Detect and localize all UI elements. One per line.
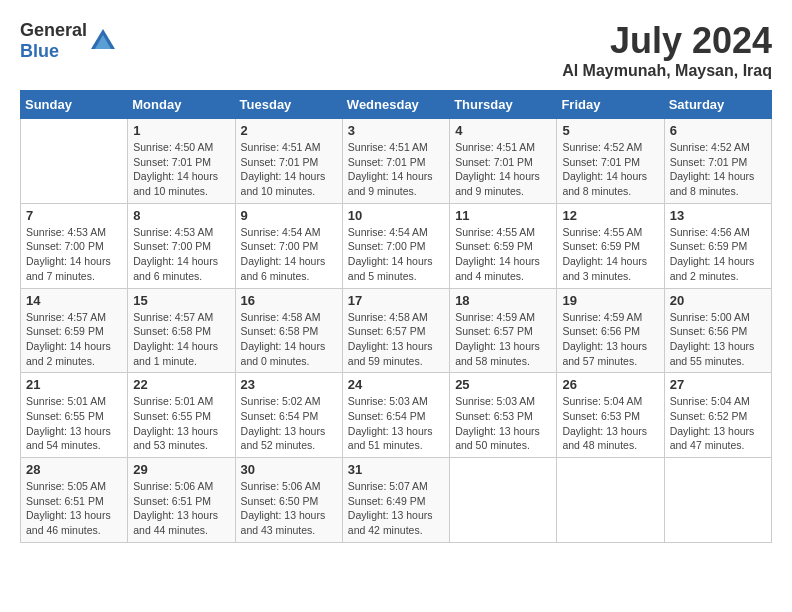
day-number: 21 bbox=[26, 377, 122, 392]
day-number: 24 bbox=[348, 377, 444, 392]
day-info: Sunrise: 4:52 AMSunset: 7:01 PMDaylight:… bbox=[562, 140, 658, 199]
day-info: Sunrise: 4:53 AMSunset: 7:00 PMDaylight:… bbox=[133, 225, 229, 284]
day-number: 2 bbox=[241, 123, 337, 138]
logo: General Blue bbox=[20, 20, 117, 62]
day-info: Sunrise: 5:07 AMSunset: 6:49 PMDaylight:… bbox=[348, 479, 444, 538]
day-info: Sunrise: 4:50 AMSunset: 7:01 PMDaylight:… bbox=[133, 140, 229, 199]
calendar-cell bbox=[557, 458, 664, 543]
day-number: 12 bbox=[562, 208, 658, 223]
day-info: Sunrise: 4:54 AMSunset: 7:00 PMDaylight:… bbox=[348, 225, 444, 284]
calendar-cell: 26Sunrise: 5:04 AMSunset: 6:53 PMDayligh… bbox=[557, 373, 664, 458]
day-info: Sunrise: 4:52 AMSunset: 7:01 PMDaylight:… bbox=[670, 140, 766, 199]
calendar-table: SundayMondayTuesdayWednesdayThursdayFrid… bbox=[20, 90, 772, 543]
day-info: Sunrise: 5:03 AMSunset: 6:53 PMDaylight:… bbox=[455, 394, 551, 453]
location-title: Al Maymunah, Maysan, Iraq bbox=[562, 62, 772, 80]
day-number: 18 bbox=[455, 293, 551, 308]
calendar-cell: 15Sunrise: 4:57 AMSunset: 6:58 PMDayligh… bbox=[128, 288, 235, 373]
calendar-cell: 28Sunrise: 5:05 AMSunset: 6:51 PMDayligh… bbox=[21, 458, 128, 543]
day-info: Sunrise: 4:57 AMSunset: 6:58 PMDaylight:… bbox=[133, 310, 229, 369]
day-number: 4 bbox=[455, 123, 551, 138]
day-number: 14 bbox=[26, 293, 122, 308]
day-info: Sunrise: 4:56 AMSunset: 6:59 PMDaylight:… bbox=[670, 225, 766, 284]
calendar-cell: 19Sunrise: 4:59 AMSunset: 6:56 PMDayligh… bbox=[557, 288, 664, 373]
calendar-cell: 18Sunrise: 4:59 AMSunset: 6:57 PMDayligh… bbox=[450, 288, 557, 373]
day-number: 27 bbox=[670, 377, 766, 392]
title-block: July 2024 Al Maymunah, Maysan, Iraq bbox=[562, 20, 772, 80]
logo-general: General bbox=[20, 20, 87, 40]
day-info: Sunrise: 4:55 AMSunset: 6:59 PMDaylight:… bbox=[455, 225, 551, 284]
day-info: Sunrise: 4:51 AMSunset: 7:01 PMDaylight:… bbox=[455, 140, 551, 199]
calendar-cell: 27Sunrise: 5:04 AMSunset: 6:52 PMDayligh… bbox=[664, 373, 771, 458]
day-number: 30 bbox=[241, 462, 337, 477]
column-header-monday: Monday bbox=[128, 91, 235, 119]
day-info: Sunrise: 5:04 AMSunset: 6:53 PMDaylight:… bbox=[562, 394, 658, 453]
day-number: 15 bbox=[133, 293, 229, 308]
calendar-cell: 2Sunrise: 4:51 AMSunset: 7:01 PMDaylight… bbox=[235, 119, 342, 204]
day-number: 20 bbox=[670, 293, 766, 308]
day-number: 6 bbox=[670, 123, 766, 138]
calendar-cell: 16Sunrise: 4:58 AMSunset: 6:58 PMDayligh… bbox=[235, 288, 342, 373]
calendar-cell: 17Sunrise: 4:58 AMSunset: 6:57 PMDayligh… bbox=[342, 288, 449, 373]
column-header-saturday: Saturday bbox=[664, 91, 771, 119]
calendar-cell: 31Sunrise: 5:07 AMSunset: 6:49 PMDayligh… bbox=[342, 458, 449, 543]
calendar-cell: 3Sunrise: 4:51 AMSunset: 7:01 PMDaylight… bbox=[342, 119, 449, 204]
calendar-cell: 7Sunrise: 4:53 AMSunset: 7:00 PMDaylight… bbox=[21, 203, 128, 288]
calendar-week-2: 7Sunrise: 4:53 AMSunset: 7:00 PMDaylight… bbox=[21, 203, 772, 288]
day-number: 3 bbox=[348, 123, 444, 138]
day-number: 8 bbox=[133, 208, 229, 223]
day-number: 28 bbox=[26, 462, 122, 477]
page-header: General Blue July 2024 Al Maymunah, Mays… bbox=[20, 20, 772, 80]
column-header-thursday: Thursday bbox=[450, 91, 557, 119]
calendar-week-5: 28Sunrise: 5:05 AMSunset: 6:51 PMDayligh… bbox=[21, 458, 772, 543]
day-info: Sunrise: 4:53 AMSunset: 7:00 PMDaylight:… bbox=[26, 225, 122, 284]
day-info: Sunrise: 5:04 AMSunset: 6:52 PMDaylight:… bbox=[670, 394, 766, 453]
day-info: Sunrise: 4:54 AMSunset: 7:00 PMDaylight:… bbox=[241, 225, 337, 284]
calendar-week-1: 1Sunrise: 4:50 AMSunset: 7:01 PMDaylight… bbox=[21, 119, 772, 204]
column-header-sunday: Sunday bbox=[21, 91, 128, 119]
calendar-cell: 24Sunrise: 5:03 AMSunset: 6:54 PMDayligh… bbox=[342, 373, 449, 458]
day-info: Sunrise: 4:59 AMSunset: 6:56 PMDaylight:… bbox=[562, 310, 658, 369]
calendar-cell: 13Sunrise: 4:56 AMSunset: 6:59 PMDayligh… bbox=[664, 203, 771, 288]
day-number: 7 bbox=[26, 208, 122, 223]
logo-blue: Blue bbox=[20, 41, 59, 61]
calendar-cell: 6Sunrise: 4:52 AMSunset: 7:01 PMDaylight… bbox=[664, 119, 771, 204]
calendar-cell: 29Sunrise: 5:06 AMSunset: 6:51 PMDayligh… bbox=[128, 458, 235, 543]
day-info: Sunrise: 5:01 AMSunset: 6:55 PMDaylight:… bbox=[26, 394, 122, 453]
day-info: Sunrise: 4:58 AMSunset: 6:57 PMDaylight:… bbox=[348, 310, 444, 369]
day-info: Sunrise: 5:01 AMSunset: 6:55 PMDaylight:… bbox=[133, 394, 229, 453]
calendar-cell: 5Sunrise: 4:52 AMSunset: 7:01 PMDaylight… bbox=[557, 119, 664, 204]
day-number: 25 bbox=[455, 377, 551, 392]
column-header-tuesday: Tuesday bbox=[235, 91, 342, 119]
day-number: 31 bbox=[348, 462, 444, 477]
day-number: 22 bbox=[133, 377, 229, 392]
calendar-cell: 14Sunrise: 4:57 AMSunset: 6:59 PMDayligh… bbox=[21, 288, 128, 373]
day-info: Sunrise: 5:05 AMSunset: 6:51 PMDaylight:… bbox=[26, 479, 122, 538]
day-number: 11 bbox=[455, 208, 551, 223]
calendar-header-row: SundayMondayTuesdayWednesdayThursdayFrid… bbox=[21, 91, 772, 119]
calendar-cell bbox=[21, 119, 128, 204]
calendar-cell: 11Sunrise: 4:55 AMSunset: 6:59 PMDayligh… bbox=[450, 203, 557, 288]
day-number: 9 bbox=[241, 208, 337, 223]
day-number: 5 bbox=[562, 123, 658, 138]
month-year-title: July 2024 bbox=[562, 20, 772, 62]
calendar-cell: 22Sunrise: 5:01 AMSunset: 6:55 PMDayligh… bbox=[128, 373, 235, 458]
calendar-cell: 8Sunrise: 4:53 AMSunset: 7:00 PMDaylight… bbox=[128, 203, 235, 288]
calendar-cell: 20Sunrise: 5:00 AMSunset: 6:56 PMDayligh… bbox=[664, 288, 771, 373]
day-info: Sunrise: 5:03 AMSunset: 6:54 PMDaylight:… bbox=[348, 394, 444, 453]
calendar-cell: 12Sunrise: 4:55 AMSunset: 6:59 PMDayligh… bbox=[557, 203, 664, 288]
day-info: Sunrise: 5:02 AMSunset: 6:54 PMDaylight:… bbox=[241, 394, 337, 453]
day-number: 26 bbox=[562, 377, 658, 392]
day-info: Sunrise: 4:51 AMSunset: 7:01 PMDaylight:… bbox=[348, 140, 444, 199]
calendar-week-3: 14Sunrise: 4:57 AMSunset: 6:59 PMDayligh… bbox=[21, 288, 772, 373]
day-number: 1 bbox=[133, 123, 229, 138]
calendar-week-4: 21Sunrise: 5:01 AMSunset: 6:55 PMDayligh… bbox=[21, 373, 772, 458]
column-header-wednesday: Wednesday bbox=[342, 91, 449, 119]
calendar-cell bbox=[450, 458, 557, 543]
calendar-cell: 4Sunrise: 4:51 AMSunset: 7:01 PMDaylight… bbox=[450, 119, 557, 204]
calendar-cell: 30Sunrise: 5:06 AMSunset: 6:50 PMDayligh… bbox=[235, 458, 342, 543]
day-info: Sunrise: 4:59 AMSunset: 6:57 PMDaylight:… bbox=[455, 310, 551, 369]
day-number: 17 bbox=[348, 293, 444, 308]
day-info: Sunrise: 4:55 AMSunset: 6:59 PMDaylight:… bbox=[562, 225, 658, 284]
calendar-cell: 23Sunrise: 5:02 AMSunset: 6:54 PMDayligh… bbox=[235, 373, 342, 458]
calendar-cell: 21Sunrise: 5:01 AMSunset: 6:55 PMDayligh… bbox=[21, 373, 128, 458]
